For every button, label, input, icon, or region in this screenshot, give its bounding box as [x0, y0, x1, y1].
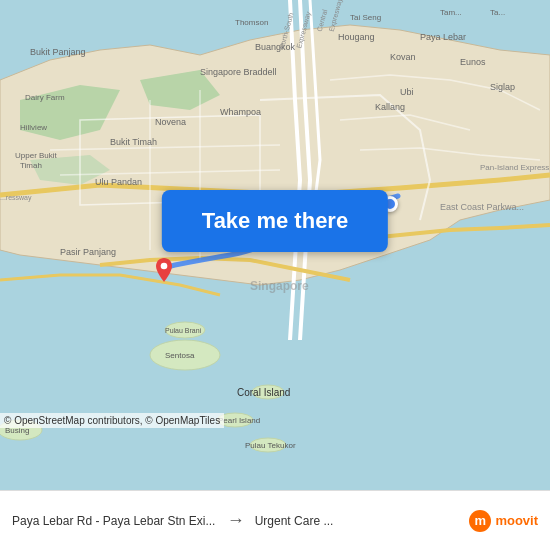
- route-to-label: Urgent Care ...: [255, 514, 460, 528]
- svg-text:Ta...: Ta...: [490, 8, 505, 17]
- svg-text:East Coast Parkwa...: East Coast Parkwa...: [440, 202, 524, 212]
- svg-text:Novena: Novena: [155, 117, 186, 127]
- svg-point-43: [161, 263, 168, 270]
- svg-text:Timah: Timah: [20, 161, 42, 170]
- bottom-bar: Paya Lebar Rd - Paya Lebar Stn Exi... → …: [0, 490, 550, 550]
- svg-text:Whampoa: Whampoa: [220, 107, 261, 117]
- moovit-logo: m moovit: [469, 510, 538, 532]
- svg-text:Hougang: Hougang: [338, 32, 375, 42]
- svg-text:Ubi: Ubi: [400, 87, 414, 97]
- svg-text:Pan-Island Express...: Pan-Island Express...: [480, 163, 550, 172]
- route-from-label: Paya Lebar Rd - Paya Lebar Stn Exi...: [12, 514, 217, 528]
- destination-pin: [152, 258, 176, 282]
- svg-text:Tai Seng: Tai Seng: [350, 13, 381, 22]
- svg-text:Upper Bukit: Upper Bukit: [15, 151, 58, 160]
- map-container: Bukit Panjang Dairy Farm Hillview Upper …: [0, 0, 550, 490]
- svg-text:...ressway: ...ressway: [0, 194, 32, 202]
- take-me-there-button[interactable]: Take me there: [162, 190, 388, 252]
- svg-text:Siglap: Siglap: [490, 82, 515, 92]
- svg-text:Tam...: Tam...: [440, 8, 462, 17]
- svg-text:Kovan: Kovan: [390, 52, 416, 62]
- svg-text:Thomson: Thomson: [235, 18, 268, 27]
- svg-text:Buangkok: Buangkok: [255, 42, 296, 52]
- moovit-brand-text: moovit: [495, 513, 538, 528]
- svg-text:Hillview: Hillview: [20, 123, 47, 132]
- moovit-m-icon: m: [469, 510, 491, 532]
- svg-text:Pulau Brani: Pulau Brani: [165, 327, 202, 334]
- route-arrow-icon: →: [227, 510, 245, 531]
- osm-credit: © OpenStreetMap contributors, © OpenMapT…: [0, 413, 224, 428]
- svg-text:Bukit Panjang: Bukit Panjang: [30, 47, 86, 57]
- svg-text:Pasir Panjang: Pasir Panjang: [60, 247, 116, 257]
- svg-text:Kallang: Kallang: [375, 102, 405, 112]
- coral-island-label: Coral Island: [237, 387, 290, 398]
- svg-text:Sentosa: Sentosa: [165, 351, 195, 360]
- svg-text:Eunos: Eunos: [460, 57, 486, 67]
- svg-text:Singapore Braddell: Singapore Braddell: [200, 67, 277, 77]
- svg-text:Paya Lebar: Paya Lebar: [420, 32, 466, 42]
- svg-text:Dairy Farm: Dairy Farm: [25, 93, 65, 102]
- svg-text:Bukit Timah: Bukit Timah: [110, 137, 157, 147]
- svg-text:Pulau Tekukor: Pulau Tekukor: [245, 441, 296, 450]
- svg-text:Singapore: Singapore: [250, 279, 309, 293]
- svg-text:Ulu Pandan: Ulu Pandan: [95, 177, 142, 187]
- svg-text:Pearl Island: Pearl Island: [218, 416, 260, 425]
